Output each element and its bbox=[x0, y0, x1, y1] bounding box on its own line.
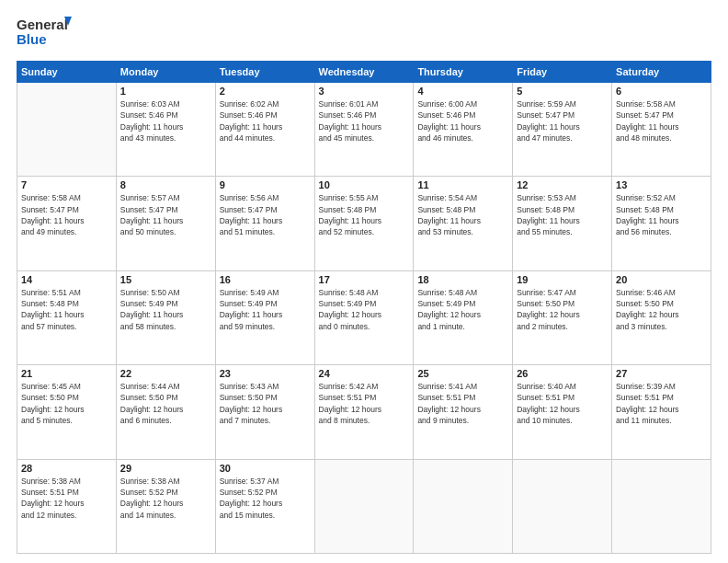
day-number: 9 bbox=[220, 179, 311, 190]
calendar-cell: 13Sunrise: 5:52 AM Sunset: 5:48 PM Dayli… bbox=[612, 177, 711, 270]
calendar-cell: 21Sunrise: 5:45 AM Sunset: 5:50 PM Dayli… bbox=[17, 365, 117, 459]
day-number: 2 bbox=[220, 86, 311, 97]
calendar-cell: 15Sunrise: 5:50 AM Sunset: 5:49 PM Dayli… bbox=[116, 270, 215, 364]
calendar-cell: 29Sunrise: 5:38 AM Sunset: 5:52 PM Dayli… bbox=[116, 459, 215, 553]
day-info: Sunrise: 6:00 AM Sunset: 5:46 PM Dayligh… bbox=[417, 98, 508, 144]
day-info: Sunrise: 5:56 AM Sunset: 5:47 PM Dayligh… bbox=[220, 192, 311, 237]
calendar-cell bbox=[513, 459, 612, 553]
day-number: 22 bbox=[120, 368, 211, 379]
day-number: 26 bbox=[517, 368, 608, 379]
calendar-cell bbox=[314, 459, 414, 553]
weekday-header-thursday: Thursday bbox=[414, 62, 513, 83]
calendar-cell: 7Sunrise: 5:58 AM Sunset: 5:47 PM Daylig… bbox=[17, 177, 117, 270]
day-number: 5 bbox=[517, 86, 608, 97]
weekday-header-sunday: Sunday bbox=[17, 62, 117, 83]
day-info: Sunrise: 5:48 AM Sunset: 5:49 PM Dayligh… bbox=[417, 287, 508, 332]
calendar-cell: 12Sunrise: 5:53 AM Sunset: 5:48 PM Dayli… bbox=[513, 177, 612, 270]
svg-text:General: General bbox=[17, 17, 68, 32]
day-info: Sunrise: 5:50 AM Sunset: 5:49 PM Dayligh… bbox=[120, 287, 211, 332]
calendar-cell: 17Sunrise: 5:48 AM Sunset: 5:49 PM Dayli… bbox=[314, 270, 414, 364]
header: General Blue bbox=[17, 13, 711, 53]
day-info: Sunrise: 6:03 AM Sunset: 5:46 PM Dayligh… bbox=[120, 98, 211, 144]
calendar-cell: 16Sunrise: 5:49 AM Sunset: 5:49 PM Dayli… bbox=[215, 270, 314, 364]
day-number: 29 bbox=[120, 463, 211, 474]
day-number: 21 bbox=[21, 368, 112, 379]
calendar-cell: 6Sunrise: 5:58 AM Sunset: 5:47 PM Daylig… bbox=[612, 83, 711, 177]
day-info: Sunrise: 5:59 AM Sunset: 5:47 PM Dayligh… bbox=[517, 98, 608, 144]
calendar-cell: 27Sunrise: 5:39 AM Sunset: 5:51 PM Dayli… bbox=[612, 365, 711, 459]
calendar-cell: 26Sunrise: 5:40 AM Sunset: 5:51 PM Dayli… bbox=[513, 365, 612, 459]
calendar-cell: 8Sunrise: 5:57 AM Sunset: 5:47 PM Daylig… bbox=[116, 177, 215, 270]
day-info: Sunrise: 5:55 AM Sunset: 5:48 PM Dayligh… bbox=[319, 192, 410, 237]
calendar-cell: 24Sunrise: 5:42 AM Sunset: 5:51 PM Dayli… bbox=[314, 365, 414, 459]
day-info: Sunrise: 5:39 AM Sunset: 5:51 PM Dayligh… bbox=[616, 381, 707, 426]
day-info: Sunrise: 5:44 AM Sunset: 5:50 PM Dayligh… bbox=[120, 381, 211, 426]
day-info: Sunrise: 5:52 AM Sunset: 5:48 PM Dayligh… bbox=[616, 192, 707, 237]
day-number: 27 bbox=[616, 368, 707, 379]
day-info: Sunrise: 6:02 AM Sunset: 5:46 PM Dayligh… bbox=[220, 98, 311, 144]
calendar-cell: 2Sunrise: 6:02 AM Sunset: 5:46 PM Daylig… bbox=[215, 83, 314, 177]
calendar-cell: 18Sunrise: 5:48 AM Sunset: 5:49 PM Dayli… bbox=[414, 270, 513, 364]
calendar-cell: 28Sunrise: 5:38 AM Sunset: 5:51 PM Dayli… bbox=[17, 459, 117, 553]
day-number: 19 bbox=[517, 274, 608, 285]
calendar-cell: 14Sunrise: 5:51 AM Sunset: 5:48 PM Dayli… bbox=[17, 270, 117, 364]
day-number: 7 bbox=[21, 179, 112, 190]
calendar-cell: 25Sunrise: 5:41 AM Sunset: 5:51 PM Dayli… bbox=[414, 365, 513, 459]
day-number: 4 bbox=[417, 86, 508, 97]
calendar-table: SundayMondayTuesdayWednesdayThursdayFrid… bbox=[17, 61, 711, 554]
calendar-cell: 20Sunrise: 5:46 AM Sunset: 5:50 PM Dayli… bbox=[612, 270, 711, 364]
day-info: Sunrise: 5:45 AM Sunset: 5:50 PM Dayligh… bbox=[21, 381, 112, 426]
day-number: 17 bbox=[319, 274, 410, 285]
calendar-week-row: 21Sunrise: 5:45 AM Sunset: 5:50 PM Dayli… bbox=[17, 365, 711, 459]
day-number: 8 bbox=[120, 179, 211, 190]
calendar-cell: 10Sunrise: 5:55 AM Sunset: 5:48 PM Dayli… bbox=[314, 177, 414, 270]
calendar-week-row: 7Sunrise: 5:58 AM Sunset: 5:47 PM Daylig… bbox=[17, 177, 711, 270]
day-info: Sunrise: 5:38 AM Sunset: 5:52 PM Dayligh… bbox=[120, 476, 211, 521]
day-info: Sunrise: 5:46 AM Sunset: 5:50 PM Dayligh… bbox=[616, 287, 707, 332]
day-info: Sunrise: 5:37 AM Sunset: 5:52 PM Dayligh… bbox=[220, 476, 311, 521]
calendar-week-row: 14Sunrise: 5:51 AM Sunset: 5:48 PM Dayli… bbox=[17, 270, 711, 364]
calendar-week-row: 1Sunrise: 6:03 AM Sunset: 5:46 PM Daylig… bbox=[17, 83, 711, 177]
weekday-header-saturday: Saturday bbox=[612, 62, 711, 83]
day-number: 13 bbox=[616, 179, 707, 190]
weekday-header-monday: Monday bbox=[116, 62, 215, 83]
day-info: Sunrise: 5:57 AM Sunset: 5:47 PM Dayligh… bbox=[120, 192, 211, 237]
calendar-week-row: 28Sunrise: 5:38 AM Sunset: 5:51 PM Dayli… bbox=[17, 459, 711, 553]
calendar-cell: 19Sunrise: 5:47 AM Sunset: 5:50 PM Dayli… bbox=[513, 270, 612, 364]
logo-svg: General Blue bbox=[17, 13, 72, 53]
day-info: Sunrise: 5:43 AM Sunset: 5:50 PM Dayligh… bbox=[220, 381, 311, 426]
calendar-cell: 3Sunrise: 6:01 AM Sunset: 5:46 PM Daylig… bbox=[314, 83, 414, 177]
weekday-header-tuesday: Tuesday bbox=[215, 62, 314, 83]
calendar-cell: 22Sunrise: 5:44 AM Sunset: 5:50 PM Dayli… bbox=[116, 365, 215, 459]
day-number: 10 bbox=[319, 179, 410, 190]
day-number: 3 bbox=[319, 86, 410, 97]
weekday-header-wednesday: Wednesday bbox=[314, 62, 414, 83]
day-info: Sunrise: 5:42 AM Sunset: 5:51 PM Dayligh… bbox=[319, 381, 410, 426]
calendar-cell bbox=[612, 459, 711, 553]
day-number: 30 bbox=[220, 463, 311, 474]
day-number: 14 bbox=[21, 274, 112, 285]
day-info: Sunrise: 5:49 AM Sunset: 5:49 PM Dayligh… bbox=[220, 287, 311, 332]
day-number: 16 bbox=[220, 274, 311, 285]
calendar-cell: 1Sunrise: 6:03 AM Sunset: 5:46 PM Daylig… bbox=[116, 83, 215, 177]
calendar-cell: 11Sunrise: 5:54 AM Sunset: 5:48 PM Dayli… bbox=[414, 177, 513, 270]
day-info: Sunrise: 5:58 AM Sunset: 5:47 PM Dayligh… bbox=[21, 192, 112, 237]
day-info: Sunrise: 5:58 AM Sunset: 5:47 PM Dayligh… bbox=[616, 98, 707, 144]
calendar-cell: 5Sunrise: 5:59 AM Sunset: 5:47 PM Daylig… bbox=[513, 83, 612, 177]
day-info: Sunrise: 5:51 AM Sunset: 5:48 PM Dayligh… bbox=[21, 287, 112, 332]
day-info: Sunrise: 5:47 AM Sunset: 5:50 PM Dayligh… bbox=[517, 287, 608, 332]
day-info: Sunrise: 5:53 AM Sunset: 5:48 PM Dayligh… bbox=[517, 192, 608, 237]
day-info: Sunrise: 5:54 AM Sunset: 5:48 PM Dayligh… bbox=[417, 192, 508, 237]
day-number: 20 bbox=[616, 274, 707, 285]
day-number: 28 bbox=[21, 463, 112, 474]
day-info: Sunrise: 5:41 AM Sunset: 5:51 PM Dayligh… bbox=[417, 381, 508, 426]
day-number: 11 bbox=[417, 179, 508, 190]
calendar-cell: 30Sunrise: 5:37 AM Sunset: 5:52 PM Dayli… bbox=[215, 459, 314, 553]
day-info: Sunrise: 5:40 AM Sunset: 5:51 PM Dayligh… bbox=[517, 381, 608, 426]
svg-text:Blue: Blue bbox=[17, 31, 47, 47]
day-info: Sunrise: 5:48 AM Sunset: 5:49 PM Dayligh… bbox=[319, 287, 410, 332]
weekday-header-friday: Friday bbox=[513, 62, 612, 83]
day-number: 6 bbox=[616, 86, 707, 97]
day-number: 24 bbox=[319, 368, 410, 379]
calendar-cell bbox=[414, 459, 513, 553]
